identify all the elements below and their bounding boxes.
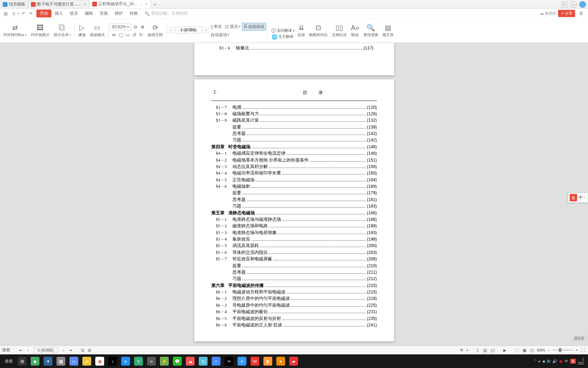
page-display[interactable]: ii (8/366) (34, 347, 58, 353)
first-page-button[interactable]: ⇤ (18, 348, 24, 353)
read-aloud-button[interactable]: A»朗读 (349, 20, 361, 41)
task-explorer[interactable]: 📁 (80, 355, 93, 368)
screenshot-compare-button[interactable]: ⊡截图和对比 (307, 20, 330, 41)
undo-icon[interactable]: ↶ (20, 10, 27, 17)
actual-size-icon[interactable]: ▭ (125, 32, 131, 38)
task-app-7[interactable]: ⚡ (158, 355, 171, 368)
apps-icon[interactable]: ⚏ (570, 1, 576, 7)
fit3-icon[interactable]: ◫ (529, 348, 535, 353)
split-merge-button[interactable]: ⿻拆分合并 (52, 20, 73, 41)
tray-network-icon[interactable]: ₪ (547, 359, 550, 364)
eye-icon[interactable]: 👁 (459, 348, 464, 353)
task-app-12[interactable]: # (235, 355, 248, 368)
fit-page-icon[interactable]: ▢ (118, 32, 124, 38)
task-app-2[interactable]: ✦ (42, 355, 54, 368)
prev-page-button[interactable]: ‹ (25, 348, 31, 353)
menu-page[interactable]: 页面 (96, 10, 111, 17)
doc-compare-button[interactable]: ▯▯文档比对 (330, 20, 349, 41)
task-app-11[interactable]: ✂ (223, 355, 235, 368)
tray-icon[interactable]: ◉ (559, 359, 562, 364)
redo-icon[interactable]: ↷ (28, 10, 35, 17)
rotate-left-icon[interactable]: ↺ (131, 32, 137, 38)
close-icon[interactable]: × (84, 2, 86, 7)
zoom-value[interactable]: 93.62%▾ (110, 24, 132, 30)
tab-pdf-1[interactable]: 数字电子与微型计算...96638.pdf× (28, 0, 89, 9)
task-tiktok[interactable]: ♪ (106, 355, 119, 368)
ime-indicator[interactable]: S 中 °, (568, 193, 588, 203)
doc-library-button[interactable]: ▤搜文库 (380, 20, 396, 41)
task-app-13[interactable]: W (248, 355, 261, 368)
rotate-doc-button[interactable]: ⟳旋转文档 (146, 20, 165, 41)
fit2-icon[interactable]: ▣ (522, 348, 527, 353)
zoom-minus-button[interactable]: − (546, 348, 552, 353)
pdf-to-office-button[interactable]: ⇄PDF转Office (1, 20, 29, 41)
play-button[interactable]: ▷播放 (76, 20, 88, 41)
more-icon[interactable]: ⦿ (578, 10, 585, 17)
task-app-15[interactable]: ● (274, 355, 287, 368)
task-app-16[interactable]: ▰ (287, 355, 300, 368)
view1-icon[interactable]: ▯ (475, 348, 480, 353)
print-icon[interactable]: ⎙ (10, 10, 17, 17)
auto-scroll-button[interactable]: 自动滚动▾ (209, 31, 231, 39)
menu-insert[interactable]: 插入 (51, 10, 66, 17)
single-page-button[interactable]: ▯单页 (209, 23, 223, 31)
pin-icon[interactable]: ◇ (141, 2, 143, 6)
continuous-read-button[interactable]: ☰连续阅读 (242, 23, 266, 31)
window-mode-icon[interactable]: 2↕ (561, 1, 568, 7)
zoom-in-small-button[interactable]: ⊞ (87, 348, 92, 353)
fullscreen-icon[interactable]: ⛶ (581, 348, 586, 353)
page-input[interactable] (175, 27, 202, 33)
menu-convert[interactable]: 转换 (126, 10, 141, 17)
tray-icon[interactable]: S (570, 359, 575, 364)
avatar[interactable] (579, 1, 586, 8)
task-app-3[interactable]: ▦ (54, 355, 67, 368)
tab-template[interactable]: 找壳模板 (0, 0, 28, 9)
tray-ime[interactable]: 中 (565, 359, 568, 364)
fit1-icon[interactable]: ⬚ (514, 348, 520, 353)
read-mode-button[interactable]: ▭阅读模式 (88, 20, 107, 41)
next-page-button[interactable]: › (203, 27, 209, 33)
zoom-plus-button[interactable]: + (574, 348, 579, 353)
task-app-6[interactable]: ℮ (145, 355, 158, 368)
zoom-out-icon[interactable]: ⊖ (132, 24, 138, 30)
tray-time[interactable]: 1 (578, 357, 584, 361)
task-wechat[interactable]: 💬 (171, 355, 184, 368)
zoom-in-icon[interactable]: ⊕ (140, 24, 146, 30)
task-chrome[interactable]: ◉ (93, 355, 106, 368)
next-page-button[interactable]: › (61, 348, 66, 353)
task-app-14[interactable]: ◐ (261, 355, 274, 368)
task-app-9[interactable]: ◎ (197, 355, 210, 368)
tray-date[interactable]: 202 (578, 361, 584, 365)
view3-icon[interactable]: ▯▯ (490, 348, 495, 353)
full-translate-button[interactable]: 🌐全文翻译 (270, 34, 295, 40)
share-button[interactable]: ↗分享 (558, 10, 575, 17)
zoom-slider[interactable] (553, 350, 573, 351)
task-app-1[interactable]: ◆ (29, 355, 42, 368)
new-doc-icon[interactable]: ▤ (2, 10, 9, 17)
menu-protect[interactable]: 保护 (111, 10, 126, 17)
task-edge[interactable]: e (119, 355, 132, 368)
taskbar-search[interactable]: 搜索 (2, 358, 16, 364)
menu-annotate[interactable]: 批注 (66, 10, 81, 17)
rotate-right-icon[interactable]: ↻ (138, 32, 144, 38)
task-app-8[interactable]: ☁ (184, 355, 197, 368)
search-box[interactable]: 🔍 查找功能、文档内容 (145, 11, 188, 16)
tab-pdf-active[interactable]: 工程电磁场导论_10474619.pdf◇× (89, 0, 151, 9)
task-app-5[interactable]: V (132, 355, 145, 368)
pdf-to-image-button[interactable]: 🖼PDF转图片 (29, 20, 52, 41)
tray-icon[interactable]: ◆ (542, 359, 545, 364)
sync-button[interactable]: ☁未同步 (540, 11, 556, 16)
view2-icon[interactable]: ▤ (483, 348, 488, 353)
find-replace-button[interactable]: 🔍查找替换 (361, 20, 380, 41)
new-tab-button[interactable]: + (151, 2, 159, 7)
fit-width-icon[interactable]: ⇔ (111, 32, 117, 38)
tray-icon[interactable]: ● (538, 359, 541, 363)
tray-chevron[interactable]: ˄ (534, 359, 536, 364)
prev-page-button[interactable]: ‹ (168, 27, 174, 33)
task-app-10[interactable]: ◇ (210, 355, 223, 368)
document-area[interactable]: §3－6 镜像法 (117) · 2 · 目 录 §3－7电感(120)§3－8… (0, 43, 588, 346)
play-icon[interactable]: ▶ (502, 348, 508, 353)
tray-volume-icon[interactable]: 🔊 (552, 359, 557, 364)
menu-edit[interactable]: 编辑 (81, 10, 96, 17)
zoom-out-small-button[interactable]: ⊟ (80, 348, 85, 353)
